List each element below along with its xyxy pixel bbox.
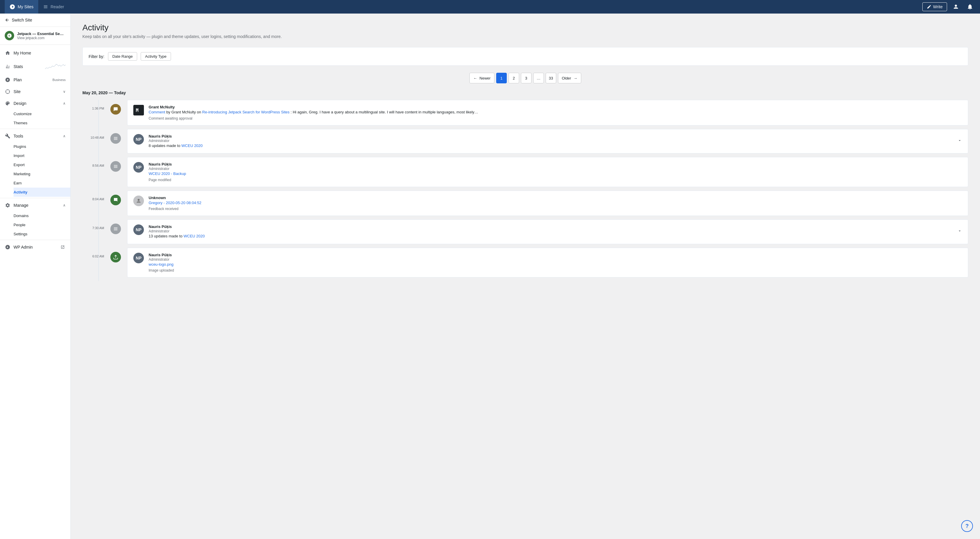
avatar-nauris-2: NP xyxy=(133,162,144,172)
page-3-button[interactable]: 3 xyxy=(521,73,531,83)
sidebar-item-plan[interactable]: Plan Business xyxy=(0,74,70,86)
activity-time-2: 10:48 AM xyxy=(91,136,104,139)
nauris-avatar-initials-3: NP xyxy=(133,225,144,235)
activity-time-col-1: 1:36 PM xyxy=(83,100,109,129)
arrow-left-icon xyxy=(473,76,478,80)
page-1-button[interactable]: 1 xyxy=(496,73,507,83)
site-header: Jetpack — Essential Security & View jetp… xyxy=(0,27,70,45)
manage-chevron-icon xyxy=(63,203,66,207)
nauris-avatar-initials: NP xyxy=(133,134,144,145)
stats-label: Stats xyxy=(14,64,42,69)
activity-item-4: 8:04 AM Unknown xyxy=(83,191,968,220)
activity-sub-6: Image uploaded xyxy=(149,268,962,273)
sidebar-item-settings[interactable]: Settings xyxy=(14,230,70,239)
activity-item-1: 1:36 PM M Grant xyxy=(83,100,968,129)
notifications-button[interactable] xyxy=(965,2,975,12)
svg-text:M: M xyxy=(136,108,138,113)
earn-label: Earn xyxy=(14,181,66,185)
import-label: Import xyxy=(14,153,66,158)
section-divider-1 xyxy=(0,129,70,129)
update-icon-circle-5 xyxy=(110,223,121,234)
bell-icon xyxy=(967,3,973,10)
activity-body-2: Nauris Pūķis Administrator 8 updates mad… xyxy=(149,134,948,149)
sidebar-item-customize[interactable]: Customize xyxy=(14,109,70,118)
update-icon-circle-2 xyxy=(110,133,121,144)
my-sites-button[interactable]: My Sites xyxy=(5,0,38,14)
comment-icon-circle xyxy=(110,104,121,115)
sidebar-item-plugins[interactable]: Plugins xyxy=(14,142,70,151)
sidebar-item-tools[interactable]: Tools xyxy=(0,130,70,142)
wceu-link-5[interactable]: WCEU 2020 xyxy=(184,234,205,238)
newer-page-button[interactable]: Newer xyxy=(469,73,495,83)
sidebar-item-activity[interactable]: Activity xyxy=(14,188,70,197)
activity-time-col-5: 7:30 AM xyxy=(83,219,109,248)
section-divider-3 xyxy=(0,240,70,240)
filter-bar: Filter by: Date Range Activity Type xyxy=(83,47,968,66)
design-icon xyxy=(5,100,11,106)
sidebar-item-marketing[interactable]: Marketing xyxy=(14,169,70,179)
backup-link[interactable]: WCEU 2020 - Backup xyxy=(149,171,186,176)
sidebar-item-export[interactable]: Export xyxy=(14,160,70,169)
date-range-filter-button[interactable]: Date Range xyxy=(108,52,137,61)
backup-icon-circle xyxy=(110,161,121,172)
sidebar-item-design[interactable]: Design xyxy=(0,97,70,109)
sidebar-item-manage[interactable]: Manage xyxy=(0,199,70,211)
user-avatar-button[interactable] xyxy=(951,2,961,12)
chevron-down-icon-2 xyxy=(957,138,962,143)
page-2-button[interactable]: 2 xyxy=(509,73,519,83)
activity-type-filter-button[interactable]: Activity Type xyxy=(141,52,171,61)
sidebar-item-wp-admin[interactable]: WP Admin xyxy=(0,241,70,253)
article-link[interactable]: Re-introducing Jetpack Search for WordPr… xyxy=(202,110,290,114)
update-icon-5 xyxy=(113,226,118,231)
avatar-nauris-1: NP xyxy=(133,134,144,145)
comment-link[interactable]: Comment xyxy=(149,110,165,114)
tools-label: Tools xyxy=(14,134,60,139)
page-33-button[interactable]: 33 xyxy=(546,73,556,83)
sidebar-item-my-home[interactable]: My Home xyxy=(0,47,70,59)
back-arrow-icon xyxy=(5,18,10,22)
site-label: Site xyxy=(14,89,60,94)
sidebar-item-import[interactable]: Import xyxy=(14,151,70,160)
page-ellipsis[interactable]: … xyxy=(533,73,544,83)
arrow-right-icon xyxy=(573,76,578,80)
site-nav-icon xyxy=(5,89,11,94)
upload-icon-circle xyxy=(110,252,121,262)
write-button[interactable]: Write xyxy=(922,2,947,11)
feedback-link[interactable]: Gregory - 2020-05-20 08:04:52 xyxy=(149,201,201,205)
sidebar-item-people[interactable]: People xyxy=(14,220,70,230)
activity-item-5: 7:30 AM NP Nauris Pūķis Administ xyxy=(83,219,968,248)
tools-icon xyxy=(5,133,11,139)
write-label: Write xyxy=(933,5,943,9)
reader-icon xyxy=(43,4,48,10)
topbar-left: My Sites Reader xyxy=(5,0,69,14)
expand-button-2[interactable] xyxy=(953,138,962,144)
avatar-unknown xyxy=(133,196,144,206)
activity-desc-post: : Hi again, Greg. I have a query about a… xyxy=(291,110,478,114)
activity-body-4: Unknown Gregory - 2020-05-20 08:04:52 Fe… xyxy=(149,196,962,211)
older-page-button[interactable]: Older xyxy=(558,73,581,83)
activity-desc-6: wceu-logo.png xyxy=(149,262,962,268)
activity-sub-1: Comment awaiting approval xyxy=(149,116,962,120)
sidebar-item-domains[interactable]: Domains xyxy=(14,211,70,220)
image-link[interactable]: wceu-logo.png xyxy=(149,262,173,266)
design-chevron-icon xyxy=(63,101,66,105)
activity-body-6: Nauris Pūķis Administrator wceu-logo.png… xyxy=(149,253,962,273)
nauris-avatar-initials-4: NP xyxy=(133,253,144,263)
sidebar-item-site[interactable]: Site xyxy=(0,86,70,97)
sidebar-item-earn[interactable]: Earn xyxy=(14,179,70,188)
expand-button-5[interactable] xyxy=(953,228,962,235)
activity-card-6: NP Nauris Pūķis Administrator wceu-logo.… xyxy=(127,248,968,278)
customize-label: Customize xyxy=(14,112,66,116)
sidebar-item-stats[interactable]: Stats xyxy=(0,59,70,74)
wceu-link-2[interactable]: WCEU 2020 xyxy=(181,144,202,148)
sidebar-item-themes[interactable]: Themes xyxy=(14,118,70,128)
unknown-person-icon xyxy=(136,198,142,204)
reader-button[interactable]: Reader xyxy=(38,0,69,14)
activity-desc-3: WCEU 2020 - Backup xyxy=(149,171,962,177)
backup-icon xyxy=(113,164,118,169)
newer-label: Newer xyxy=(479,76,491,80)
filter-label: Filter by: xyxy=(89,54,105,59)
switch-site-button[interactable]: Switch Site xyxy=(0,14,70,27)
activity-role-3: Administrator xyxy=(149,167,962,171)
help-button[interactable]: ? xyxy=(961,520,973,532)
